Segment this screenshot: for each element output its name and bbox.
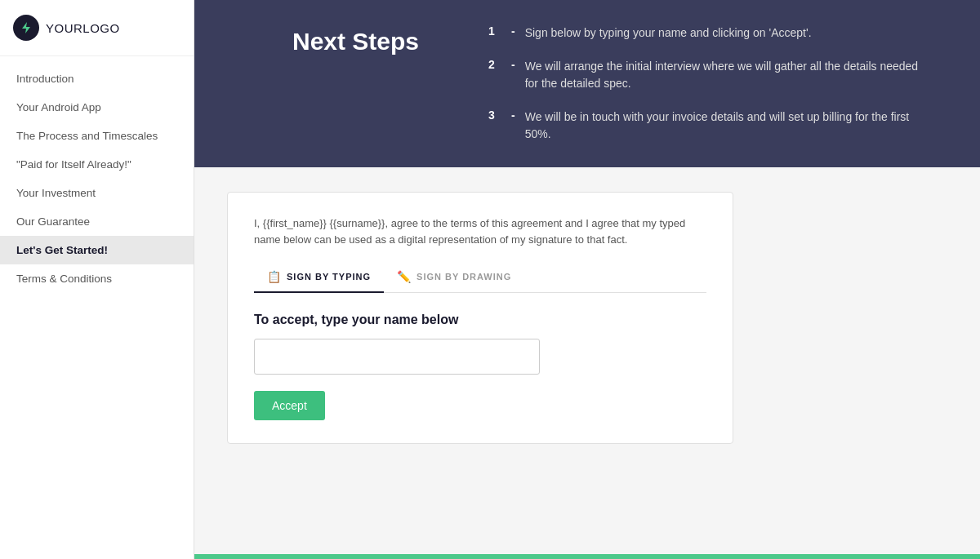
step-number: 1 xyxy=(488,24,505,38)
step-text: We will arrange the initial interview wh… xyxy=(525,58,931,92)
step-number: 3 xyxy=(488,109,505,122)
agreement-text: I, {{first_name}} {{surname}}, agree to … xyxy=(254,215,706,247)
step-item: 3 - We will be in touch with your invoic… xyxy=(488,109,931,143)
sidebar: YOURLOGO IntroductionYour Android AppThe… xyxy=(0,0,194,559)
sidebar-item[interactable]: The Process and Timescales xyxy=(0,122,194,150)
logo: YOURLOGO xyxy=(0,0,194,56)
sidebar-item[interactable]: Let's Get Started! xyxy=(0,236,194,264)
svg-marker-0 xyxy=(22,22,30,33)
logo-icon xyxy=(13,15,39,41)
step-dash: - xyxy=(511,24,515,38)
sidebar-navigation: IntroductionYour Android AppThe Process … xyxy=(0,56,194,301)
step-dash: - xyxy=(511,109,515,122)
progress-bar xyxy=(194,554,980,559)
sign-tabs: 📋 SIGN BY TYPING ✏️ SIGN BY DRAWING xyxy=(254,264,706,293)
name-input[interactable] xyxy=(254,339,540,375)
tab-icon: ✏️ xyxy=(397,270,412,283)
hero-section: Next Steps 1 - Sign below by typing your… xyxy=(194,0,980,167)
type-label: To accept, type your name below xyxy=(254,313,706,327)
sidebar-item[interactable]: Your Investment xyxy=(0,179,194,207)
step-item: 1 - Sign below by typing your name and c… xyxy=(488,24,931,42)
hero-title: Next Steps xyxy=(292,24,439,55)
signature-card: I, {{first_name}} {{surname}}, agree to … xyxy=(227,192,733,444)
sidebar-item[interactable]: "Paid for Itself Already!" xyxy=(0,150,194,179)
tab-label: SIGN BY DRAWING xyxy=(416,272,511,282)
sidebar-item[interactable]: Our Guarantee xyxy=(0,207,194,236)
main-content: Next Steps 1 - Sign below by typing your… xyxy=(194,0,980,559)
sidebar-item[interactable]: Introduction xyxy=(0,64,194,93)
step-dash: - xyxy=(511,58,515,71)
sidebar-item[interactable]: Terms & Conditions xyxy=(0,264,194,293)
logo-text-light: LOGO xyxy=(82,21,119,35)
sign-tab[interactable]: 📋 SIGN BY TYPING xyxy=(254,264,384,293)
tab-label: SIGN BY TYPING xyxy=(287,272,371,282)
step-item: 2 - We will arrange the initial intervie… xyxy=(488,58,931,92)
signature-section: I, {{first_name}} {{surname}}, agree to … xyxy=(194,167,980,559)
tab-icon: 📋 xyxy=(267,270,282,283)
sidebar-item[interactable]: Your Android App xyxy=(0,93,194,122)
step-text: We will be in touch with your invoice de… xyxy=(525,109,931,143)
sign-tab[interactable]: ✏️ SIGN BY DRAWING xyxy=(384,264,524,293)
step-number: 2 xyxy=(488,58,505,71)
hero-steps: 1 - Sign below by typing your name and c… xyxy=(488,24,931,143)
step-text: Sign below by typing your name and click… xyxy=(525,24,812,42)
logo-text: YOURLOGO xyxy=(46,21,120,35)
accept-button[interactable]: Accept xyxy=(254,391,325,420)
